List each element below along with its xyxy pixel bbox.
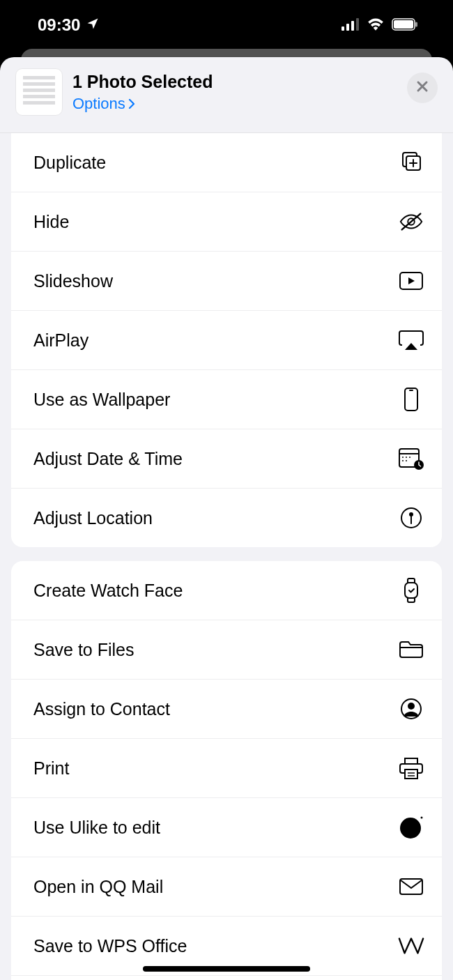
row-wps-extract[interactable]: WPS Extract Text — [11, 975, 442, 980]
row-label: Use Ulike to edit — [33, 818, 160, 838]
row-watch-face[interactable]: Create Watch Face — [11, 561, 442, 620]
row-duplicate[interactable]: Duplicate — [11, 133, 442, 192]
action-group-2: Create Watch Face Save to Files Assign t… — [11, 561, 442, 980]
row-label: Adjust Date & Time — [33, 449, 183, 469]
row-qq-mail[interactable]: Open in QQ Mail — [11, 857, 442, 916]
row-label: AirPlay — [33, 330, 89, 351]
slideshow-icon — [398, 268, 424, 294]
location-pin-icon — [398, 505, 424, 531]
svg-point-19 — [402, 460, 404, 461]
svg-point-18 — [409, 457, 410, 458]
sheet-content: Duplicate Hide Slideshow AirPlay — [0, 133, 453, 980]
row-assign-contact[interactable]: Assign to Contact — [11, 679, 442, 738]
svg-rect-6 — [415, 22, 417, 27]
row-wallpaper[interactable]: Use as Wallpaper — [11, 369, 442, 429]
row-save-files[interactable]: Save to Files — [11, 620, 442, 679]
folder-icon — [398, 636, 424, 663]
svg-rect-12 — [405, 388, 417, 411]
close-icon — [415, 79, 429, 96]
row-label: Open in QQ Mail — [33, 877, 163, 897]
sheet-title: 1 Photo Selected — [72, 72, 213, 92]
hide-icon — [398, 208, 424, 235]
row-adjust-datetime[interactable]: Adjust Date & Time — [11, 429, 442, 488]
envelope-icon — [398, 873, 424, 900]
svg-point-20 — [406, 460, 407, 461]
row-label: Adjust Location — [33, 508, 153, 528]
row-label: Assign to Contact — [33, 699, 170, 719]
row-ulike[interactable]: Use Ulike to edit — [11, 797, 442, 857]
svg-point-28 — [408, 703, 415, 710]
printer-icon — [398, 755, 424, 781]
status-right — [341, 15, 418, 35]
svg-point-17 — [406, 457, 407, 458]
svg-rect-13 — [409, 390, 413, 391]
svg-rect-5 — [394, 20, 413, 29]
location-indicator-icon — [86, 15, 100, 35]
svg-point-33 — [421, 817, 423, 819]
row-print[interactable]: Print — [11, 738, 442, 797]
row-label: Duplicate — [33, 153, 106, 173]
close-button[interactable] — [407, 72, 438, 103]
svg-rect-1 — [346, 24, 349, 31]
svg-rect-29 — [405, 770, 417, 779]
share-sheet: 1 Photo Selected Options Duplicate — [0, 57, 453, 980]
black-circle-icon — [398, 814, 424, 841]
svg-rect-2 — [351, 21, 354, 31]
wifi-icon — [367, 15, 385, 35]
action-group-1: Duplicate Hide Slideshow AirPlay — [11, 133, 442, 547]
row-label: Print — [33, 758, 69, 779]
watch-icon — [398, 577, 424, 604]
row-airplay[interactable]: AirPlay — [11, 310, 442, 369]
row-hide[interactable]: Hide — [11, 192, 442, 251]
svg-rect-34 — [400, 879, 422, 894]
airplay-icon — [398, 327, 424, 353]
row-slideshow[interactable]: Slideshow — [11, 251, 442, 310]
options-button[interactable]: Options — [72, 95, 213, 113]
options-label: Options — [72, 95, 125, 113]
svg-line-10 — [402, 214, 421, 230]
contact-icon — [398, 696, 424, 722]
sheet-header: 1 Photo Selected Options — [0, 57, 453, 133]
row-label: Slideshow — [33, 271, 113, 291]
row-adjust-location[interactable]: Adjust Location — [11, 488, 442, 547]
status-bar: 09:30 — [0, 0, 453, 50]
status-time: 09:30 — [38, 15, 80, 35]
svg-point-16 — [402, 457, 404, 458]
calendar-clock-icon — [398, 445, 424, 472]
row-label: Create Watch Face — [33, 581, 183, 601]
photo-thumbnail[interactable] — [15, 68, 63, 116]
battery-icon — [392, 15, 418, 35]
svg-rect-25 — [405, 583, 417, 598]
svg-rect-3 — [356, 18, 359, 31]
status-left: 09:30 — [38, 15, 100, 35]
phone-icon — [398, 386, 424, 413]
row-label: Save to WPS Office — [33, 936, 187, 956]
cellular-signal-icon — [341, 15, 360, 35]
svg-point-32 — [400, 818, 421, 839]
home-indicator[interactable] — [143, 966, 310, 972]
svg-rect-0 — [341, 26, 344, 31]
row-label: Save to Files — [33, 640, 135, 660]
duplicate-icon — [398, 149, 424, 176]
row-label: Hide — [33, 212, 69, 232]
wps-icon — [398, 933, 424, 959]
chevron-right-icon — [128, 95, 135, 113]
row-label: Use as Wallpaper — [33, 390, 170, 410]
